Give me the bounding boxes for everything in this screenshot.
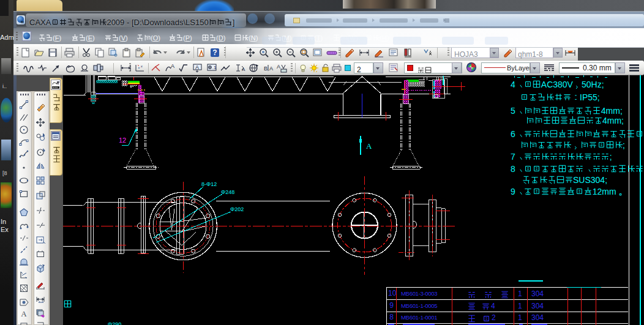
svg-text:A: A <box>242 67 245 72</box>
svg-text:A: A <box>195 64 199 70</box>
svg-text:?: ? <box>212 48 217 57</box>
svg-text:A: A <box>21 309 27 318</box>
svg-text:A: A <box>269 65 273 72</box>
svg-text:.1: .1 <box>212 65 217 70</box>
svg-text:A: A <box>171 63 174 69</box>
svg-text:x: x <box>141 64 143 68</box>
svg-text:A: A <box>277 64 280 70</box>
svg-text:B: B <box>264 65 268 72</box>
